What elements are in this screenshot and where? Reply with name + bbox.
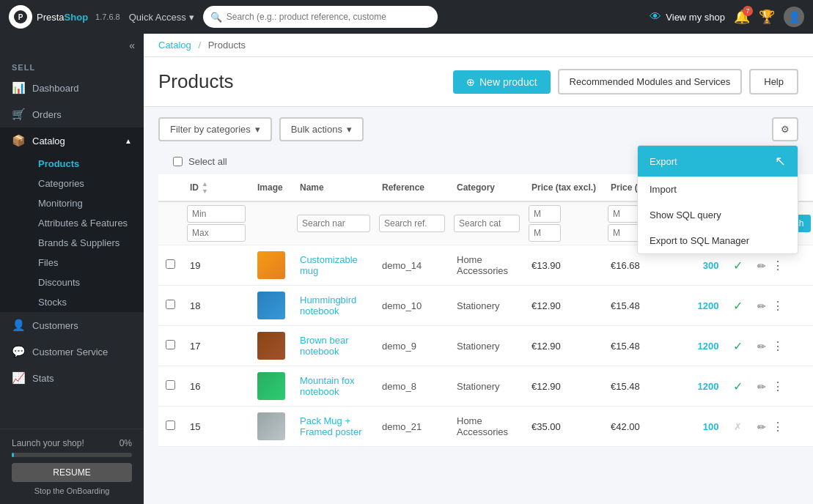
orders-icon: 🛒 <box>12 108 25 121</box>
edit-icon-4[interactable]: ✏ <box>757 421 766 433</box>
sidebar-item-label-customer-service: Customer Service <box>32 346 108 357</box>
user-avatar[interactable]: 👤 <box>784 7 804 27</box>
sidebar-toggle: « <box>0 34 144 57</box>
sidebar-item-customers[interactable]: 👤 Customers <box>0 312 144 338</box>
search-id-min[interactable] <box>187 205 246 223</box>
more-icon-3[interactable]: ⋮ <box>772 380 784 393</box>
more-icon-1[interactable]: ⋮ <box>772 300 784 312</box>
product-link-4[interactable]: Pack Mug + Framed poster <box>300 415 362 437</box>
row-checkbox-input-3[interactable] <box>166 380 175 390</box>
row-price-incl-1: €15.48 <box>603 286 680 326</box>
sidebar-sub-attributes[interactable]: Attributes & Features <box>32 213 144 233</box>
search-price-excl-max[interactable] <box>529 224 561 242</box>
search-cat-input[interactable] <box>454 215 520 232</box>
search-id-max[interactable] <box>187 224 246 242</box>
more-icon-4[interactable]: ⋮ <box>772 420 784 433</box>
sidebar-sub-categories[interactable]: Categories <box>32 174 144 193</box>
filter-by-categories-button[interactable]: Filter by categories ▾ <box>158 117 272 141</box>
row-checkbox-input-0[interactable] <box>166 259 175 269</box>
sidebar-sub-brands[interactable]: Brands & Suppliers <box>32 233 144 253</box>
sidebar-item-dashboard[interactable]: 📊 Dashboard <box>0 75 144 101</box>
logo-presta: Presta <box>37 12 65 23</box>
row-checkbox-input-1[interactable] <box>166 300 175 309</box>
product-link-1[interactable]: Hummingbird notebook <box>300 294 356 316</box>
row-ref-2: demo_9 <box>375 326 449 366</box>
search-name-input[interactable] <box>297 215 370 232</box>
row-price-incl-4: €42.00 <box>603 407 680 447</box>
sidebar-sub-stocks[interactable]: Stocks <box>32 292 144 312</box>
global-search-input[interactable] <box>227 12 430 22</box>
help-button[interactable]: Help <box>749 69 798 94</box>
sidebar-sub-monitoring[interactable]: Monitoring <box>32 193 144 213</box>
sidebar-sub-discounts[interactable]: Discounts <box>32 273 144 292</box>
product-link-0[interactable]: Customizable mug <box>300 254 358 276</box>
product-link-3[interactable]: Mountain fox notebook <box>300 375 354 397</box>
bulk-actions-button[interactable]: Bulk actions ▾ <box>279 117 364 141</box>
more-icon-0[interactable]: ⋮ <box>772 259 784 272</box>
sidebar-item-stats[interactable]: 📈 Stats <box>0 365 144 391</box>
row-price-excl-0: €13.90 <box>524 245 603 286</box>
dropdown-item-export[interactable]: Export ↖ <box>638 146 798 177</box>
trophy-icon[interactable]: 🏆 <box>759 9 775 25</box>
row-checkbox-input-2[interactable] <box>166 340 175 349</box>
recommended-modules-button[interactable]: Recommended Modules and Services <box>558 69 743 94</box>
inactive-icon: ✗ <box>734 421 742 432</box>
logo-shop: Shop <box>65 12 89 23</box>
row-price-excl-4: €35.00 <box>524 407 603 447</box>
dropdown-item-show-sql[interactable]: Show SQL query <box>638 202 798 228</box>
row-qty-1: 1200 <box>680 286 726 326</box>
sidebar-item-orders[interactable]: 🛒 Orders <box>0 101 144 127</box>
id-sort-arrows[interactable]: ▲▼ <box>202 180 208 195</box>
customer-service-icon: 💬 <box>12 345 25 358</box>
row-ref-3: demo_8 <box>375 366 449 407</box>
sidebar: « SELL 📊 Dashboard 🛒 Orders 📦 Catalog ▲ … <box>0 34 144 504</box>
breadcrumb-catalog[interactable]: Catalog <box>158 40 191 51</box>
search-image-cell <box>250 201 293 245</box>
eye-icon: 👁 <box>650 10 661 23</box>
row-checkbox-2 <box>158 326 183 366</box>
collapse-sidebar-button[interactable]: « <box>129 40 135 51</box>
edit-icon-3[interactable]: ✏ <box>757 381 766 393</box>
stop-onboarding-button[interactable]: Stop the OnBoarding <box>12 486 132 495</box>
thumb-inner-0 <box>257 251 285 279</box>
global-search-bar[interactable]: 🔍 <box>203 6 438 28</box>
row-active-1: ✓ <box>726 286 750 326</box>
new-product-button[interactable]: ⊕ New product <box>453 70 551 94</box>
row-image-0 <box>250 245 293 286</box>
search-price-excl-min[interactable] <box>529 205 561 223</box>
settings-button[interactable]: ⚙ <box>772 117 798 141</box>
sidebar-item-catalog[interactable]: 📦 Catalog ▲ <box>0 127 144 154</box>
row-checkbox-input-4[interactable] <box>166 420 175 430</box>
dropdown-item-import[interactable]: Import <box>638 177 798 202</box>
product-link-2[interactable]: Brown bear notebook <box>300 335 348 357</box>
row-price-excl-1: €12.90 <box>524 286 603 326</box>
active-check-icon: ✓ <box>733 300 743 312</box>
row-actions-2: ✏ ⋮ <box>750 326 813 366</box>
notifications-button[interactable]: 🔔 7 <box>734 9 750 25</box>
product-thumbnail-2 <box>257 332 285 360</box>
search-ref-input[interactable] <box>379 215 445 232</box>
sidebar-sub-files[interactable]: Files <box>32 253 144 273</box>
edit-icon-2[interactable]: ✏ <box>757 341 766 352</box>
resume-button[interactable]: RESUME <box>12 463 132 482</box>
row-id-2: 17 <box>183 326 250 366</box>
more-icon-2[interactable]: ⋮ <box>772 340 784 352</box>
edit-icon-1[interactable]: ✏ <box>757 300 766 312</box>
search-price-incl-max[interactable] <box>608 224 640 242</box>
sidebar-item-customer-service[interactable]: 💬 Customer Service <box>0 338 144 365</box>
page-header: Products ⊕ New product Recommended Modul… <box>144 57 813 107</box>
row-name-3: Mountain fox notebook <box>293 366 375 407</box>
quick-access-button[interactable]: Quick Access ▾ <box>129 12 194 23</box>
search-price-incl-min[interactable] <box>608 205 640 223</box>
sidebar-sub-products[interactable]: Products <box>32 154 144 174</box>
select-all-label[interactable]: Select all <box>188 156 227 167</box>
catalog-icon: 📦 <box>12 134 25 147</box>
edit-icon-0[interactable]: ✏ <box>757 260 766 272</box>
row-name-4: Pack Mug + Framed poster <box>293 407 375 447</box>
th-id[interactable]: ID ▲▼ <box>183 174 250 201</box>
select-all-checkbox[interactable] <box>173 157 183 166</box>
settings-dropdown-menu: Export ↖ Import Show SQL query Export to… <box>637 145 798 254</box>
sell-section-label: SELL <box>0 57 144 75</box>
dropdown-item-export-sql[interactable]: Export to SQL Manager <box>638 228 798 253</box>
view-my-shop-button[interactable]: 👁 View my shop <box>650 10 725 23</box>
